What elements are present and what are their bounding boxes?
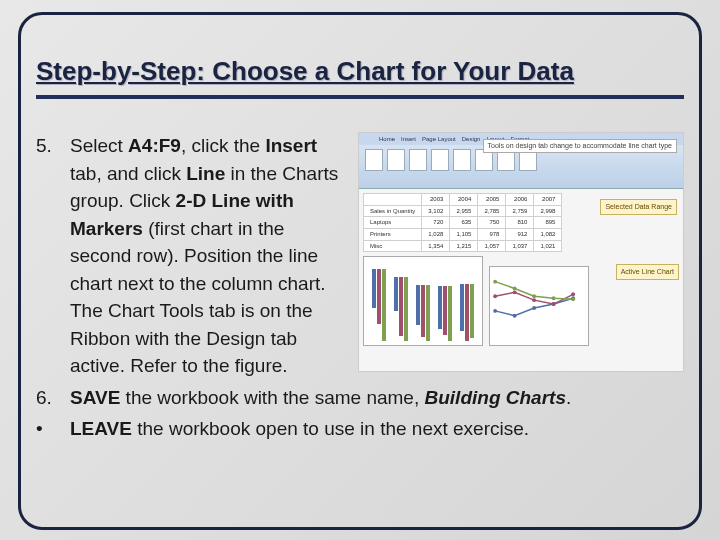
svg-point-5 — [493, 295, 497, 299]
svg-point-14 — [571, 298, 575, 302]
figure-label-active-chart: Active Line Chart — [616, 264, 679, 280]
list-item-bullet-text: LEAVE the workbook open to use in the ne… — [70, 415, 684, 443]
svg-point-7 — [532, 299, 536, 303]
figure-column-chart — [363, 256, 483, 346]
excel-screenshot-figure: HomeInsertPage LayoutDesignLayoutFormat … — [358, 132, 684, 372]
list-number: 5. — [36, 132, 70, 380]
svg-point-13 — [552, 297, 556, 301]
svg-point-10 — [493, 280, 497, 284]
svg-point-9 — [571, 293, 575, 297]
svg-point-11 — [513, 287, 517, 291]
list-item-5-text: Select A4:F9, click the Insert tab, and … — [70, 132, 350, 380]
svg-point-2 — [532, 306, 536, 310]
list-item-6-text: SAVE the workbook with the same name, Bu… — [70, 384, 684, 412]
figure-data-table: 20032004200520062007Sales in Quantity3,1… — [363, 193, 562, 252]
list-item-6: 6. SAVE the workbook with the same name,… — [36, 384, 684, 412]
svg-point-8 — [552, 303, 556, 307]
page-title: Step-by-Step: Choose a Chart for Your Da… — [36, 56, 684, 99]
svg-point-6 — [513, 291, 517, 295]
figure-ribbon: HomeInsertPage LayoutDesignLayoutFormat … — [359, 133, 683, 189]
figure-label-selected-range: Selected Data Range — [600, 199, 677, 215]
svg-point-0 — [493, 309, 497, 313]
list-number: 6. — [36, 384, 70, 412]
svg-point-1 — [513, 314, 517, 318]
content-area: 5. Select A4:F9, click the Insert tab, a… — [36, 132, 684, 447]
list-item-bullet: • LEAVE the workbook open to use in the … — [36, 415, 684, 443]
list-item-5: 5. Select A4:F9, click the Insert tab, a… — [36, 132, 684, 380]
list-bullet: • — [36, 415, 70, 443]
svg-point-12 — [532, 295, 536, 299]
figure-callout-top: Tools on design tab change to accommodat… — [483, 139, 677, 153]
figure-line-chart — [489, 266, 589, 346]
